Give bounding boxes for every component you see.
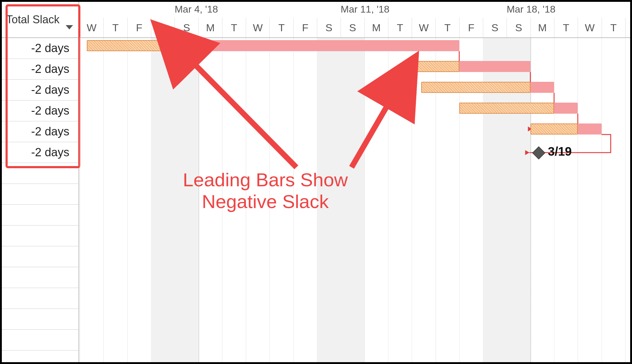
annotation-line2: Negative Slack xyxy=(183,191,348,212)
total-slack-column: Total Slack -2 days-2 days-2 days-2 days… xyxy=(2,2,79,362)
day-cell: S xyxy=(317,18,341,37)
table-row[interactable] xyxy=(2,309,79,330)
timeline-body: 3/19 xyxy=(80,38,630,362)
week-label: Mar 4, '18 xyxy=(175,4,218,15)
task-bar[interactable] xyxy=(530,123,578,135)
negative-slack-bar xyxy=(578,123,601,135)
gantt-row: 3/19 xyxy=(80,142,630,163)
day-cell: W xyxy=(578,18,601,37)
negative-slack-bar xyxy=(554,103,578,114)
day-cell: W xyxy=(80,18,103,37)
table-row[interactable] xyxy=(2,205,79,226)
table-row[interactable] xyxy=(2,163,79,184)
day-cell: M xyxy=(530,18,554,37)
table-row[interactable] xyxy=(2,226,79,246)
column-header-total-slack[interactable]: Total Slack xyxy=(2,2,79,38)
day-cell: F xyxy=(625,18,632,37)
table-row[interactable] xyxy=(2,246,79,267)
table-row[interactable] xyxy=(2,288,79,309)
timeline-header: Mar 4, '18Mar 11, '18Mar 18, '18 WTFSSMT… xyxy=(80,2,630,38)
day-cell: T xyxy=(435,18,459,37)
day-cell: M xyxy=(198,18,222,37)
table-row[interactable] xyxy=(2,267,79,288)
annotation-line1: Leading Bars Show xyxy=(183,169,348,191)
column-header-label: Total Slack xyxy=(6,13,60,26)
task-bar[interactable] xyxy=(87,40,198,51)
week-label: Mar 18, '18 xyxy=(507,4,555,15)
task-bar[interactable] xyxy=(412,61,459,72)
negative-slack-bar xyxy=(459,61,530,72)
day-cell: T xyxy=(388,18,412,37)
week-labels: Mar 4, '18Mar 11, '18Mar 18, '18 xyxy=(80,2,630,18)
table-row[interactable]: -2 days xyxy=(2,121,79,142)
day-cell: T xyxy=(269,18,293,37)
day-letters-row: WTFSSMTWTFSSMTWTFSSMTWTF xyxy=(80,18,630,37)
table-row[interactable] xyxy=(2,330,79,351)
day-cell: F xyxy=(293,18,317,37)
negative-slack-bar xyxy=(198,40,459,51)
table-row[interactable]: -2 days xyxy=(2,100,79,121)
day-cell: M xyxy=(364,18,388,37)
table-row[interactable]: -2 days xyxy=(2,142,79,163)
task-bar[interactable] xyxy=(459,103,554,114)
day-cell: S xyxy=(341,18,364,37)
week-label: Mar 11, '18 xyxy=(341,4,389,15)
day-cell: T xyxy=(222,18,246,37)
table-row[interactable] xyxy=(2,351,79,364)
table-row[interactable]: -2 days xyxy=(2,80,79,100)
day-cell: S xyxy=(175,18,198,37)
day-cell: S xyxy=(507,18,530,37)
table-rows: -2 days-2 days-2 days-2 days-2 days-2 da… xyxy=(2,38,79,364)
day-cell: S xyxy=(151,18,175,37)
day-cell: W xyxy=(412,18,435,37)
gantt-row xyxy=(80,38,630,59)
chevron-down-icon[interactable] xyxy=(66,25,73,29)
day-cell: T xyxy=(554,18,578,37)
task-bar[interactable] xyxy=(421,82,530,93)
day-cell: T xyxy=(602,18,625,37)
day-cell: T xyxy=(103,18,127,37)
day-cell: W xyxy=(246,18,269,37)
table-row[interactable]: -2 days xyxy=(2,38,79,59)
milestone-label: 3/19 xyxy=(548,145,572,158)
day-cell: F xyxy=(127,18,151,37)
annotation-caption: Leading Bars Show Negative Slack xyxy=(183,169,348,213)
gantt-row xyxy=(80,80,630,100)
gantt-row xyxy=(80,59,630,80)
milestone-diamond[interactable] xyxy=(532,146,545,159)
table-row[interactable]: -2 days xyxy=(2,59,79,80)
day-cell: F xyxy=(459,18,483,37)
gantt-timeline: Mar 4, '18Mar 11, '18Mar 18, '18 WTFSSMT… xyxy=(80,2,630,362)
table-row[interactable] xyxy=(2,184,79,205)
gantt-row xyxy=(80,100,630,121)
day-cell: S xyxy=(483,18,507,37)
negative-slack-bar xyxy=(530,82,554,93)
gantt-row xyxy=(80,121,630,142)
